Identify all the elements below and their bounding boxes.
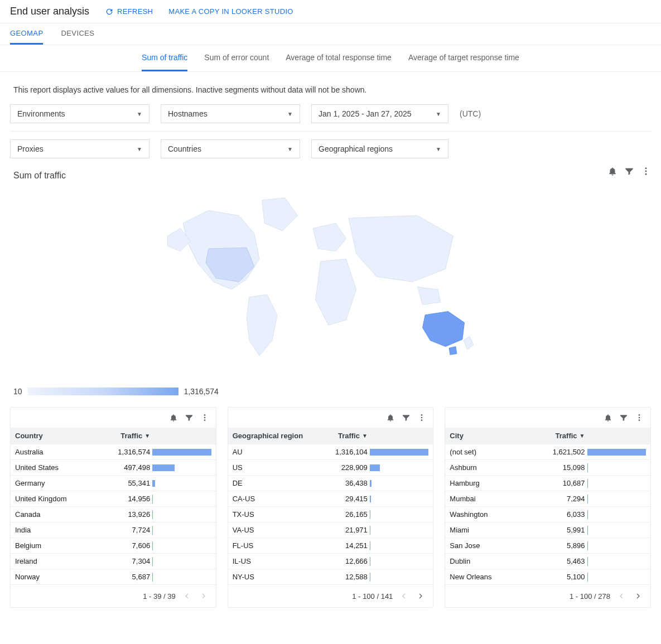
pager-text: 1 - 100 / 278 [570,592,610,601]
regions-dropdown[interactable]: Geographical regions ▼ [311,139,448,158]
metric-tab-target_rt[interactable]: Average of target response time [408,45,519,71]
column-header-traffic[interactable]: Traffic ▼ [321,432,370,440]
row-value: 6,033 [538,510,587,519]
table-row[interactable]: FL-US14,251 [228,538,433,554]
pager-next[interactable] [415,590,426,602]
row-value: 14,956 [103,495,152,503]
table-row[interactable]: Mumbai7,294 [445,491,650,507]
row-label: DE [233,479,321,487]
row-bar [587,526,646,535]
table-row[interactable]: United Kingdom14,956 [11,491,216,507]
more-icon[interactable] [635,413,644,422]
table-row[interactable]: Australia1,316,574 [11,444,216,460]
table-row[interactable]: AU1,316,104 [228,444,433,460]
column-header-traffic[interactable]: Traffic ▼ [538,432,587,440]
table-row[interactable]: Norway5,687 [11,569,216,585]
daterange-label: Jan 1, 2025 - Jan 27, 2025 [319,109,412,118]
row-label: CA-US [233,495,321,503]
refresh-icon [105,7,114,16]
row-bar [587,510,646,519]
alert-icon[interactable] [604,413,612,422]
row-value: 5,991 [538,526,587,534]
hostnames-dropdown[interactable]: Hostnames ▼ [161,104,300,123]
table-row[interactable]: United States497,498 [11,460,216,476]
svg-point-2 [645,173,647,175]
table-row[interactable]: India7,724 [11,522,216,538]
page-title: End user analysis [10,6,89,17]
row-label: India [15,526,103,534]
more-icon[interactable] [200,413,209,422]
row-label: Hamburg [450,479,538,487]
metric-tab-traffic[interactable]: Sum of traffic [142,45,187,71]
table-row[interactable]: Canada13,926 [11,507,216,522]
table-row[interactable]: DE36,438 [228,476,433,491]
row-value: 228,909 [321,463,370,472]
row-label: Norway [15,573,103,581]
proxies-dropdown[interactable]: Proxies ▼ [10,139,149,158]
table-row[interactable]: Washington6,033 [445,507,650,522]
filter-icon[interactable] [185,413,194,422]
table-row[interactable]: (not set)1,621,502 [445,444,650,460]
environments-dropdown[interactable]: Environments ▼ [10,104,149,123]
row-label: Washington [450,510,538,519]
row-value: 1,316,104 [321,448,370,456]
pager-next [198,590,209,602]
countries-dropdown[interactable]: Countries ▼ [161,139,300,158]
row-label: TX-US [233,510,321,519]
looker-copy-button[interactable]: MAKE A COPY IN LOOKER STUDIO [168,7,293,16]
alert-icon[interactable] [386,413,395,422]
filter-icon[interactable] [402,413,411,422]
table-row[interactable]: US228,909 [228,460,433,476]
row-value: 10,687 [538,479,587,487]
row-label: NY-US [233,573,321,581]
table-row[interactable]: Ashburn15,098 [445,460,650,476]
svg-point-4 [204,417,205,419]
proxies-label: Proxies [17,144,44,153]
table-row[interactable]: CA-US29,415 [228,491,433,507]
table-row[interactable]: San Jose5,896 [445,538,650,554]
table-row[interactable]: Miami5,991 [445,522,650,538]
tab-devices[interactable]: DEVICES [61,23,94,45]
row-bar [370,510,429,519]
table-row[interactable]: Ireland7,304 [11,554,216,569]
row-bar [370,526,429,535]
table-row[interactable]: Germany55,341 [11,476,216,491]
tab-geomap[interactable]: GEOMAP [10,23,43,45]
legend-gradient [28,388,178,395]
svg-point-8 [421,419,423,421]
more-icon[interactable] [641,166,651,176]
daterange-dropdown[interactable]: Jan 1, 2025 - Jan 27, 2025 ▼ [311,104,448,123]
refresh-button[interactable]: REFRESH [105,7,153,16]
world-map[interactable] [10,184,651,385]
column-header-country[interactable]: Country [15,432,103,440]
filter-icon[interactable] [619,413,628,422]
table-row[interactable]: NY-US12,588 [228,569,433,585]
table-row[interactable]: VA-US21,971 [228,522,433,538]
filter-icon[interactable] [624,166,634,176]
row-label: IL-US [233,557,321,565]
row-label: Ireland [15,557,103,565]
chevron-down-icon: ▼ [137,111,142,117]
column-header-region[interactable]: Geographical region [233,432,321,440]
table-row[interactable]: New Orleans5,100 [445,569,650,585]
row-value: 14,251 [321,541,370,550]
metric-tab-total_rt[interactable]: Average of total response time [286,45,392,71]
alert-icon[interactable] [607,166,617,176]
column-header-traffic[interactable]: Traffic ▼ [103,432,152,440]
metric-tab-errors[interactable]: Sum of error count [204,45,269,71]
table-row[interactable]: TX-US26,165 [228,507,433,522]
row-bar [370,557,429,566]
table-row[interactable]: Hamburg10,687 [445,476,650,491]
row-bar [152,463,211,472]
map-region-australia[interactable] [422,311,464,346]
alert-icon[interactable] [169,413,178,422]
table-card-country: CountryTraffic ▼Australia1,316,574United… [10,407,216,608]
column-header-city[interactable]: City [450,432,538,440]
svg-point-9 [639,414,640,416]
table-row[interactable]: Belgium7,606 [11,538,216,554]
table-row[interactable]: Dublin5,463 [445,554,650,569]
row-label: United Kingdom [15,495,103,503]
more-icon[interactable] [417,413,426,422]
pager-next[interactable] [633,590,644,602]
table-row[interactable]: IL-US12,666 [228,554,433,569]
